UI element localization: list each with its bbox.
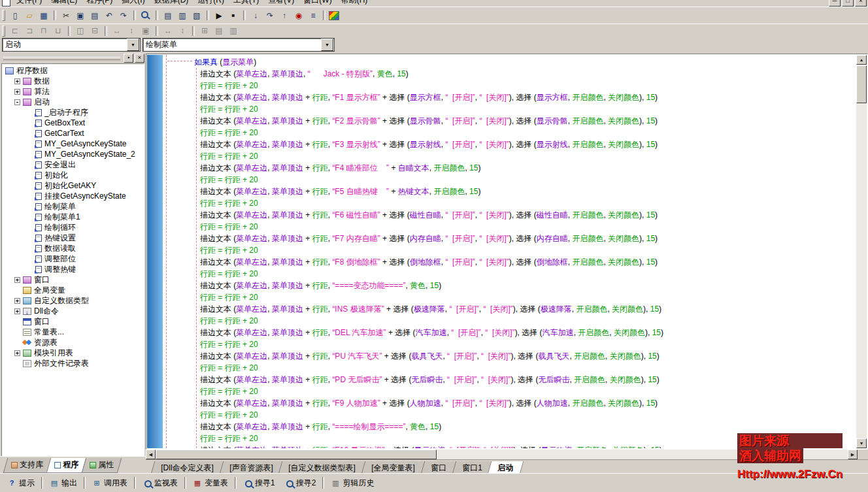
code-line[interactable]: 行距 = 行距 + 20 <box>163 385 856 397</box>
scroll-down-button[interactable]: ▼ <box>856 438 867 448</box>
tree-node[interactable]: 初始化 <box>2 170 144 180</box>
tree-node[interactable]: +数据 <box>2 76 144 86</box>
bottom-tool-button[interactable]: ▥剪辑历史 <box>326 476 378 491</box>
menu-item[interactable]: 编辑(E) <box>46 0 82 5</box>
align-bottom-icon[interactable]: ⊔ <box>52 25 65 37</box>
tree-node[interactable]: 窗口 <box>2 316 144 327</box>
tree-node[interactable]: 全局变量 <box>2 285 144 295</box>
code-line[interactable]: 行距 = 行距 + 20 <box>163 127 856 139</box>
space-v-icon[interactable]: ↕ <box>176 25 189 37</box>
bottom-tool-button[interactable]: ▤输出 <box>45 476 82 491</box>
step-over-icon[interactable]: ↷ <box>263 10 276 22</box>
menu-item[interactable]: 窗口(W) <box>299 0 336 5</box>
expand-box[interactable]: + <box>14 350 20 356</box>
menu-item[interactable]: 查看(V) <box>263 0 299 5</box>
tree-node[interactable]: +算法 <box>2 86 144 97</box>
code-line[interactable]: 行距 = 行距 + 20 <box>163 103 856 115</box>
code-line[interactable]: 行距 = 行距 + 20 <box>163 174 856 186</box>
expand-box[interactable]: + <box>14 298 20 304</box>
copy-icon[interactable]: ▣ <box>74 10 87 22</box>
scroll-right-button[interactable]: ▶ <box>848 450 858 459</box>
code-line[interactable]: 描边文本 (菜单左边, 菜单顶边 + 行距, “F5 自瞄热键 ” + 热键文本… <box>163 186 856 197</box>
tree-node[interactable]: 调整部位 <box>2 254 144 264</box>
step-into-icon[interactable]: ↓ <box>249 10 262 22</box>
tree-node[interactable]: +Dll命令 <box>2 306 144 316</box>
redo-icon[interactable]: ↷ <box>117 10 130 22</box>
horizontal-scrollbar[interactable]: ◀ ▶ <box>146 450 858 459</box>
code-line[interactable]: 行距 = 行距 + 20 <box>163 80 856 91</box>
code-line[interactable]: 如果真 (显示菜单) <box>163 56 856 68</box>
tree-node[interactable]: +模块引用表 <box>2 348 144 358</box>
find-icon[interactable] <box>139 10 152 22</box>
bottom-tool-button[interactable]: ⊞调用表 <box>88 476 132 491</box>
section-combo[interactable]: 绘制菜单 ▼ <box>142 38 335 52</box>
tree-node[interactable]: 数据读取 <box>2 243 144 254</box>
tree-node[interactable]: _启动子程序 <box>2 107 144 118</box>
align-top-icon[interactable]: ⊓ <box>37 25 50 37</box>
tree-node[interactable]: GetBoxText <box>2 118 144 128</box>
same-height-icon[interactable]: ↕ <box>125 25 138 37</box>
dock-pin-button[interactable]: ▪ <box>124 54 133 63</box>
scroll-up-button[interactable]: ▲ <box>856 55 867 65</box>
window-tile-icon[interactable]: ▧ <box>190 10 203 22</box>
undo-icon[interactable]: ↶ <box>103 10 116 22</box>
tree-node[interactable]: +窗口 <box>2 274 144 285</box>
code-line[interactable]: 描边文本 (菜单左边, 菜单顶边 + 行距, “F3 显示射线” + 选择 (显… <box>163 139 856 150</box>
tree-node[interactable]: MY_GetAsyncKeyState_2 <box>2 149 144 159</box>
vertical-scroll-thumb[interactable] <box>856 65 867 103</box>
bottom-tool-button[interactable]: 监视表 <box>138 476 182 491</box>
window-control-button[interactable]: ─ <box>829 0 841 7</box>
expand-box[interactable]: - <box>14 99 20 105</box>
menu-item[interactable]: 文件(F) <box>12 0 46 5</box>
bottom-tool-button[interactable]: 搜寻2 <box>280 476 321 491</box>
bottom-tool-button[interactable]: ▦变量表 <box>188 476 233 491</box>
step-out-icon[interactable]: ↑ <box>278 10 291 22</box>
code-line[interactable]: 行距 = 行距 + 20 <box>163 268 856 280</box>
code-line[interactable]: 描边文本 (菜单左边, 菜单顶边 + 行距, “F9 人物加速” + 选择 (人… <box>163 397 856 409</box>
tree-node[interactable]: 调整热键 <box>2 264 144 274</box>
bring-front-icon[interactable]: ▤ <box>212 25 225 37</box>
code-line[interactable]: 行距 = 行距 + 20 <box>163 291 856 303</box>
tree-node[interactable]: 安全退出 <box>2 159 144 170</box>
menu-item[interactable]: 插入(I) <box>117 0 149 5</box>
breakpoint-icon[interactable]: ◉ <box>292 10 305 22</box>
same-size-icon[interactable]: ▣ <box>139 25 152 37</box>
menu-item[interactable]: 数据库(D) <box>150 0 193 5</box>
window-control-button[interactable]: × <box>855 0 867 7</box>
horizontal-scroll-thumb[interactable] <box>156 450 437 459</box>
code-line[interactable]: 描边文本 (菜单左边, 菜单顶边 + 行距, “====变态功能====”, 黄… <box>163 280 856 291</box>
static-compile-icon[interactable] <box>329 11 339 20</box>
tree-node[interactable]: 资源表 <box>2 337 144 348</box>
code-line[interactable]: 描边文本 (菜单左边, 菜单顶边 + 行距, “====绘制显示====”, 黄… <box>163 421 856 433</box>
bottom-tool-button[interactable]: ?提示 <box>3 476 39 491</box>
menu-item[interactable]: 工具(T) <box>229 0 263 5</box>
tree-node[interactable]: 挂接GetAsyncKeyState <box>2 191 144 201</box>
chevron-down-icon[interactable]: ▼ <box>321 39 333 51</box>
window-control-button[interactable]: □ <box>842 0 854 7</box>
window-list-icon[interactable]: ▤ <box>161 10 175 22</box>
align-left-icon[interactable]: ⊏ <box>8 25 22 37</box>
code-line[interactable]: 描边文本 (菜单左边, 菜单顶边 + 行距, “PD 无后瞬击” + 选择 (无… <box>163 374 856 385</box>
tree-node[interactable]: 绘制菜单1 <box>2 212 144 222</box>
tree-node[interactable]: -启动 <box>2 97 144 107</box>
code-line[interactable]: 行距 = 行距 + 20 <box>163 221 856 233</box>
tree-node[interactable]: 热键设置 <box>2 233 144 243</box>
center-h-icon[interactable]: ◫ <box>74 25 87 37</box>
scroll-left-button[interactable]: ◀ <box>146 450 156 459</box>
subroutine-combo[interactable]: 启动 ▼ <box>2 38 141 52</box>
tree-node[interactable]: 初始化GetAKY <box>2 180 144 191</box>
code-line[interactable]: 描边文本 (菜单左边, 菜单顶边 + 行距, “F1 显示方框” + 选择 (显… <box>163 91 856 103</box>
code-line[interactable]: 描边文本 (菜单左边, 菜单顶边 + 行距, “F8 倒地除框” + 选择 (倒… <box>163 256 856 268</box>
expand-box[interactable]: + <box>14 308 20 314</box>
watch-icon[interactable]: ≡ <box>307 10 320 22</box>
code-line[interactable]: 行距 = 行距 + 20 <box>163 150 856 162</box>
code-editor[interactable]: 如果真 (显示菜单)描边文本 (菜单左边, 菜单顶边, “ Jack - 特别版… <box>146 54 868 450</box>
paste-icon[interactable]: ▤ <box>88 10 101 22</box>
to-grid-icon[interactable]: ⊞ <box>198 25 211 37</box>
cut-icon[interactable]: ✂ <box>59 10 73 22</box>
same-width-icon[interactable]: ↔ <box>110 25 124 37</box>
run-icon[interactable]: ▶ <box>212 10 225 22</box>
send-back-icon[interactable]: ▥ <box>227 25 240 37</box>
align-right-icon[interactable]: ⊐ <box>23 25 36 37</box>
toolbar-grip[interactable] <box>2 25 5 37</box>
